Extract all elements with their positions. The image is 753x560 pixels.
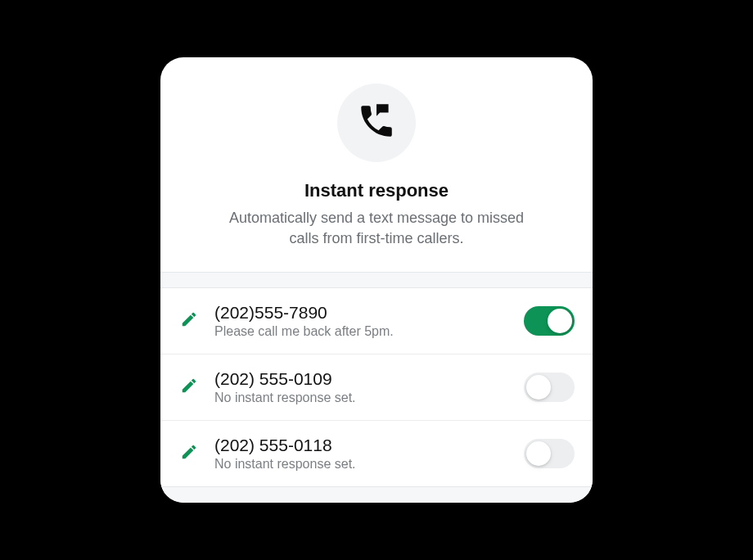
phone-list: (202)555-7890 Please call me back after …: [160, 288, 593, 486]
enable-toggle[interactable]: [524, 439, 575, 468]
edit-button[interactable]: [178, 377, 200, 398]
toggle-knob: [526, 441, 551, 466]
toggle-knob: [526, 375, 551, 400]
enable-toggle[interactable]: [524, 373, 575, 402]
response-message: No instant response set.: [214, 457, 524, 472]
page-subtitle: Automatically send a text message to mis…: [213, 208, 540, 249]
bottom-strip: [160, 486, 593, 503]
enable-toggle[interactable]: [524, 306, 575, 336]
edit-button[interactable]: [178, 443, 200, 464]
phone-info: (202) 555-0118 No instant response set.: [214, 436, 524, 472]
page-title: Instant response: [304, 180, 449, 201]
phone-number: (202)555-7890: [214, 303, 524, 323]
phone-row: (202)555-7890 Please call me back after …: [160, 288, 593, 355]
phone-number: (202) 555-0118: [214, 436, 524, 455]
pencil-icon: [180, 443, 198, 464]
section-divider: [160, 272, 593, 288]
pencil-icon: [180, 310, 198, 332]
phone-info: (202) 555-0109 No instant response set.: [214, 369, 524, 405]
pencil-icon: [180, 377, 198, 398]
callback-phone-icon: [356, 101, 397, 145]
toggle-knob: [548, 309, 572, 333]
phone-info: (202)555-7890 Please call me back after …: [214, 303, 524, 339]
phone-row: (202) 555-0118 No instant response set.: [160, 421, 593, 486]
edit-button[interactable]: [178, 310, 200, 332]
response-message: Please call me back after 5pm.: [214, 324, 524, 339]
hero: Instant response Automatically send a te…: [160, 57, 593, 272]
phone-number: (202) 555-0109: [214, 369, 524, 389]
callback-icon-circle: [337, 84, 416, 162]
response-message: No instant response set.: [214, 391, 524, 405]
instant-response-card: Instant response Automatically send a te…: [160, 57, 593, 503]
phone-row: (202) 555-0109 No instant response set.: [160, 355, 593, 421]
